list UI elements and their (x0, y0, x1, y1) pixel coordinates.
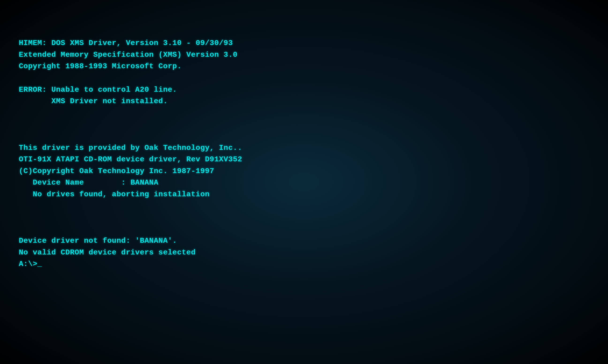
terminal-content: HIMEM: DOS XMS Driver, Version 3.10 - 09… (19, 37, 242, 270)
blank-line-4 (19, 130, 242, 142)
line-copyright-oak: (C)Copyright Oak Technology Inc. 1987-19… (19, 165, 242, 177)
blank-line-2 (19, 107, 242, 119)
line-himem: HIMEM: DOS XMS Driver, Version 3.10 - 09… (19, 37, 242, 49)
blank-line-1 (19, 72, 242, 84)
line-oti91x: OTI-91X ATAPI CD-ROM device driver, Rev … (19, 154, 242, 165)
line-device-name: Device Name : BANANA (19, 177, 242, 189)
line-no-valid-cdrom: No valid CDROM device drivers selected (19, 247, 242, 259)
blank-line-6 (19, 212, 242, 223)
line-copyright-ms: Copyright 1988-1993 Microsoft Corp. (19, 61, 242, 72)
line-oak-tech: This driver is provided by Oak Technolog… (19, 142, 242, 154)
blank-line-5 (19, 200, 242, 212)
line-xms-spec: Extended Memory Specification (XMS) Vers… (19, 49, 242, 61)
blank-line-7 (19, 223, 242, 235)
line-no-drives: No drives found, aborting installation (19, 189, 242, 200)
line-error-a20: ERROR: Unable to control A20 line. (19, 84, 242, 96)
blank-line-3 (19, 119, 242, 130)
line-xms-not-installed: XMS Driver not installed. (19, 95, 242, 107)
terminal-output: HIMEM: DOS XMS Driver, Version 3.10 - 09… (19, 14, 242, 293)
screen: HIMEM: DOS XMS Driver, Version 3.10 - 09… (0, 0, 608, 364)
line-prompt: A:\>_ (19, 258, 242, 270)
line-driver-not-found: Device driver not found: 'BANANA'. (19, 235, 242, 247)
